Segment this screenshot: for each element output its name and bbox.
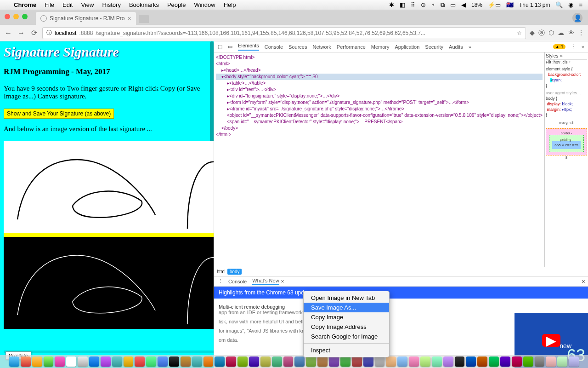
dock-app[interactable] [329,356,339,367]
css-rule[interactable]: user agent styles… body { display: block… [546,90,587,118]
close-tab-icon[interactable]: × [281,278,284,285]
back-button[interactable]: ← [4,29,13,37]
dock-app[interactable] [317,356,328,367]
drawer-close-icon[interactable]: × [582,278,585,285]
info-icon[interactable]: ⓘ [46,29,52,37]
status-icon[interactable]: ◧ [400,1,405,8]
dock-app[interactable] [546,356,556,367]
dom-line[interactable]: <!DOCTYPE html> [216,54,543,61]
browser-tab[interactable]: Signature Signature - RJM Pro × [36,12,136,25]
dock-app[interactable] [32,356,42,367]
dock-app[interactable] [169,356,179,367]
dock-app[interactable] [557,356,567,367]
ctx-search-google-image[interactable]: Search Google for Image [304,332,389,341]
warnings-badge[interactable]: ▲ 1 [553,44,565,49]
dock-app[interactable] [226,356,236,367]
dock-app[interactable] [146,356,156,367]
dock-app[interactable] [466,356,476,367]
dock-app[interactable] [44,356,54,367]
dom-line[interactable]: </body> [216,125,543,132]
ctx-inspect[interactable]: Inspect [304,345,389,355]
dock-app[interactable] [500,356,510,367]
dock-app[interactable] [375,356,385,367]
tab-console[interactable]: Console [265,44,283,50]
bookmark-star-icon[interactable]: ☆ [517,30,522,36]
dock-app[interactable] [249,356,259,367]
dock-app[interactable] [363,356,373,367]
dock-app[interactable] [181,356,191,367]
dock-app[interactable] [272,356,282,367]
volume-icon[interactable]: ◀ [461,1,466,8]
clock[interactable]: Thu 1:13 pm [519,2,550,8]
status-icon[interactable]: ✱ [389,1,394,8]
wifi-icon[interactable]: ⧉ [441,1,445,9]
dock-app[interactable] [21,356,31,367]
dock-app[interactable] [294,356,305,367]
tab-elements[interactable]: Elements [238,43,259,51]
tab-application[interactable]: Application [395,44,420,50]
menu-help[interactable]: Help [224,1,236,8]
dock-app[interactable] [477,356,487,367]
dock-app[interactable] [204,356,214,367]
dock-app[interactable] [443,356,453,367]
styles-pane[interactable]: Styles» Filt :hov .cls + element.style {… [544,52,588,267]
device-toggle-icon[interactable]: ▭ [228,44,232,50]
ctx-save-image-as[interactable]: Save Image As... [304,303,389,312]
flag-icon[interactable]: 🇦🇺 [506,1,514,8]
scrollbar[interactable] [210,41,214,143]
tab-audits[interactable]: Audits [449,44,463,50]
ctx-copy-image[interactable]: Copy Image [304,312,389,322]
tab-network[interactable]: Network [312,44,331,50]
siri-icon[interactable]: ◉ [568,1,573,8]
dom-line[interactable]: <span id="__symantecPKIClientDetector" s… [216,119,543,125]
tab-sources[interactable]: Sources [288,44,307,50]
drawer-menu-icon[interactable]: ⋮ [218,278,223,284]
dom-line[interactable]: <html> [216,61,543,67]
app-menu[interactable]: Chrome [14,1,36,8]
dock-app[interactable] [283,356,294,367]
whatsnew-item-title[interactable]: Multi-client remote debugging [219,304,583,310]
dom-line[interactable]: ▸<div id="longsignature" style="display:… [216,93,543,99]
dock-app[interactable] [66,356,76,367]
extension-icon[interactable]: ◆ [530,29,535,37]
dock-app[interactable] [535,356,545,367]
dock-app[interactable] [432,356,442,367]
dock-app[interactable] [455,356,465,367]
play-icon[interactable]: ▶ [542,334,560,347]
ctx-copy-image-address[interactable]: Copy Image Address [304,322,389,332]
tab-security[interactable]: Security [425,44,443,50]
extension-icon[interactable]: ⓐ [538,29,545,37]
dock-app[interactable] [78,356,88,367]
dom-breadcrumb[interactable]: html body [214,267,588,276]
menu-edit[interactable]: Edit [62,1,73,8]
show-save-signature-button[interactable]: Show and Save Your Signature (as above) [4,109,114,119]
dom-line[interactable]: ▸<table>…</table> [216,80,543,86]
dock-app[interactable] [124,356,134,367]
menu-people[interactable]: People [167,1,186,8]
tab-memory[interactable]: Memory [371,44,390,50]
dock-app[interactable] [409,356,419,367]
menu-history[interactable]: History [102,1,120,8]
dock-app[interactable] [523,356,533,367]
drawer-tab-console[interactable]: Console [228,279,247,284]
breadcrumb-item[interactable]: html [217,269,226,274]
forward-button[interactable]: → [17,29,26,37]
dock-app[interactable] [569,356,579,367]
extension-icon[interactable]: ☁ [558,29,564,37]
devtools-close-icon[interactable]: × [582,44,584,50]
menu-bookmarks[interactable]: Bookmarks [129,1,159,8]
dom-line[interactable]: ▸<head>…</head> [216,67,543,74]
menu-icon[interactable]: ⋮ [578,29,584,37]
drawer-tab-whatsnew[interactable]: What's New [252,278,279,285]
battery-icon[interactable]: ⚡▭ [488,1,501,8]
dock-app[interactable] [192,356,202,367]
menu-view[interactable]: View [81,1,94,8]
dock-app[interactable] [89,356,99,367]
maximize-window-button[interactable] [22,14,28,19]
dom-line[interactable]: </html> [216,132,543,138]
profile-avatar-icon[interactable]: 👤 [572,13,582,23]
signature-canvas-black[interactable] [4,237,214,329]
styles-more-icon[interactable]: » [560,53,563,58]
dock-app[interactable] [215,356,225,367]
ctx-open-image-new-tab[interactable]: Open Image in New Tab [304,293,389,303]
